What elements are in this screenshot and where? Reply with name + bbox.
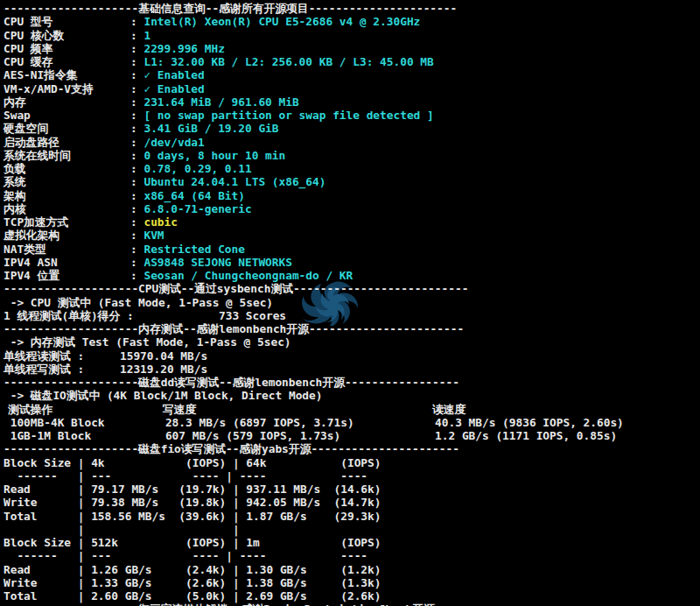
colon: : [130,229,144,242]
field-label: CPU 缓存 [4,55,130,68]
colon: : [130,122,144,135]
colon: : [130,136,144,149]
fio-header-large: Block Size | 512k (IOPS) | 1m (IOPS) [4,536,700,549]
kv-ipv4-asn: IPV4 ASN: AS9848 SEJONG NETWORKS [4,256,700,269]
field-label: 硬盘空间 [4,122,130,135]
field-label: TCP加速方式 [4,215,130,229]
separator-basic-info: --------------------基础信息查询--感谢所有开源项目----… [4,2,700,15]
field-value: 1 [144,29,150,42]
separator-cpu-test: --------------------CPU测试--通过sysbench测试-… [4,282,700,295]
dd-row-1m: 1GB-1M Block 607 MB/s (579 IOPS, 1.73s) … [4,429,700,442]
field-label: 内核 [4,202,130,215]
field-label: 架构 [4,189,130,202]
field-label: 启动盘路径 [4,136,130,149]
fio-header-small: Block Size | 4k (IOPS) | 64k (IOPS) [4,456,700,469]
colon: : [130,149,144,162]
field-value: ✓ Enabled [144,68,204,81]
colon: : [130,175,144,188]
colon: : [130,243,144,256]
row-prefix: 单线程写测试 : [4,363,84,376]
positioned-value: 写速度 [163,403,196,416]
field-value: L1: 32.00 KB / L2: 256.00 KB / L3: 45.00… [144,55,433,68]
field-label: 系统在线时间 [4,149,130,162]
kv-vmx-amdv: VM-x/AMD-V支持: ✓ Enabled [4,82,700,95]
kv-swap: Swap: [ no swap partition or swap file d… [4,109,700,122]
colon: : [130,202,144,215]
colon: : [130,55,144,68]
terminal-output[interactable]: --------------------基础信息查询--感谢所有开源项目----… [0,0,700,606]
kv-virt: 虚拟化架构: KVM [4,229,700,242]
field-value: Ubuntu 24.04.1 LTS (x86_64) [144,175,326,188]
colon: : [130,189,144,202]
terminal-screen: { "colors": { "bg": "#000000", "fg": "#e… [0,0,700,606]
field-value: x86_64 (64 Bit) [144,189,245,202]
disk-io-status: -> 磁盘IO测试中 (4K Block/1M Block, Direct Mo… [4,389,700,402]
colon: : [130,256,144,269]
fio-write-large: Write | 1.33 GB/s (2.6k) | 1.38 GB/s (1.… [4,576,700,589]
kv-cpu-cores: CPU 核心数: 1 [4,29,700,42]
field-value: Intel(R) Xeon(R) CPU E5-2686 v4 @ 2.30GH… [144,15,420,28]
kv-os: 系统: Ubuntu 24.04.1 LTS (x86_64) [4,175,700,188]
colon: : [130,215,144,229]
field-label: CPU 型号 [4,15,130,28]
field-label: 内存 [4,95,130,109]
kv-ipv4-location: IPV4 位置: Seosan / Chungcheongnam-do / KR [4,269,700,282]
separator-next-partial: --------------------御三家流媒体解锁--感谢RegionRe… [4,602,700,606]
field-label: IPV4 位置 [4,269,130,282]
field-value: [ no swap partition or swap file detecte… [144,109,433,122]
colon: : [130,42,144,55]
colon: : [130,82,144,95]
kv-cpu-freq: CPU 频率: 2299.996 MHz [4,42,700,55]
positioned-value: 733 Scores [219,309,286,322]
dd-row-4k: 100MB-4K Block 28.3 MB/s (6897 IOPS, 3.7… [4,416,700,429]
fio-total-small: Total | 158.56 MB/s (39.6k) | 1.87 GB/s … [4,510,700,523]
field-label: Swap [4,109,130,122]
field-label: 系统 [4,175,130,188]
fio-total-large: Total | 2.60 GB/s (5.0k) | 2.69 GB/s (2.… [4,589,700,602]
field-value: 231.64 MiB / 961.60 MiB [144,95,298,109]
fio-divider-large: ------ | --- ---- | ---- ---- [4,549,700,562]
colon: : [130,162,144,175]
kv-load: 负载: 0.78, 0.29, 0.11 [4,162,700,175]
fio-read-large: Read | 1.26 GB/s (2.4k) | 1.30 GB/s (1.2… [4,563,700,576]
row-prefix: 1 线程测试(单核)得分 : [4,309,134,322]
separator-dd-test: --------------------磁盘dd读写测试--感谢lemonben… [4,376,700,389]
memory-read: 单线程读测试 :15970.04 MB/s [4,349,700,363]
memory-write: 单线程写测试 :12319.20 MB/s [4,363,700,376]
kv-nat-type: NAT类型: Restricted Cone [4,243,700,256]
field-value: 0 days, 8 hour 10 min [144,149,285,162]
row-prefix: 单线程读测试 : [4,349,84,363]
fio-write-small: Write | 79.38 MB/s (19.8k) | 942.05 MB/s… [4,496,700,509]
field-label: IPV4 ASN [4,256,130,269]
kv-memory: 内存: 231.64 MiB / 961.60 MiB [4,95,700,109]
field-value: /dev/vda1 [144,136,204,149]
separator-fio-test: --------------------磁盘fio读写测试--感谢yabs开源-… [4,442,700,455]
field-value: KVM [144,229,164,242]
field-label: CPU 频率 [4,42,130,55]
positioned-value: 读速度 [432,403,466,416]
field-value: ✓ Enabled [144,82,204,95]
kv-boot-path: 启动盘路径: /dev/vda1 [4,136,700,149]
field-value: Restricted Cone [144,243,245,256]
kv-kernel: 内核: 6.8.0-71-generic [4,202,700,215]
kv-cpu-cache: CPU 缓存: L1: 32.00 KB / L2: 256.00 KB / L… [4,55,700,68]
colon: : [130,29,144,42]
field-label: 虚拟化架构 [4,229,130,242]
fio-divider-small: ------ | --- ---- | ---- ---- [4,469,700,483]
kv-aes-ni: AES-NI指令集: ✓ Enabled [4,68,700,81]
fio-read-small: Read | 79.17 MB/s (19.7k) | 937.11 MB/s … [4,483,700,496]
field-value: AS9848 SEJONG NETWORKS [144,256,292,269]
fio-spacer: | | [4,523,700,536]
kv-uptime: 系统在线时间: 0 days, 8 hour 10 min [4,149,700,162]
field-label: NAT类型 [4,243,130,256]
field-label: CPU 核心数 [4,29,130,42]
field-value: Seosan / Chungcheongnam-do / KR [144,269,353,282]
kv-arch: 架构: x86_64 (64 Bit) [4,189,700,202]
positioned-value: 测试操作 [8,403,52,416]
field-value: 3.41 GiB / 19.20 GiB [144,122,278,135]
colon: : [130,269,144,282]
field-value: cubic [144,215,178,229]
cpu-test-status: -> CPU 测试中 (Fast Mode, 1-Pass @ 5sec) [4,296,700,309]
dd-table-header: 测试操作写速度读速度 [4,403,700,416]
kv-cpu-model: CPU 型号: Intel(R) Xeon(R) CPU E5-2686 v4 … [4,15,700,28]
